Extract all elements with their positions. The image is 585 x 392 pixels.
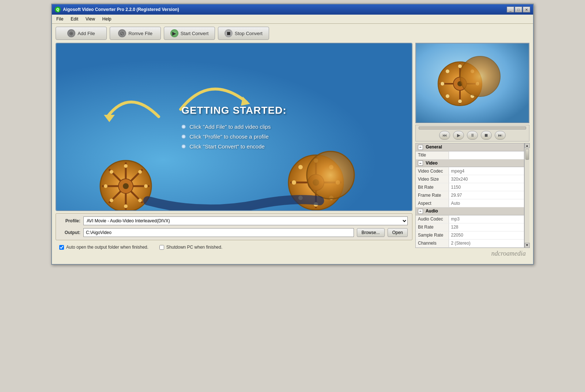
getting-started-title: GETTING STARTED: (181, 105, 287, 116)
profile-form-row: Profile: AVI Movie - Audio-Video Interle… (60, 216, 408, 225)
svg-point-50 (458, 99, 462, 103)
step-1-text: Click "Add File" to add video clips (189, 124, 271, 130)
svg-point-17 (138, 199, 142, 202)
output-form-row: Output: Browse... Open (60, 228, 408, 237)
prev-button[interactable]: ⏮ (439, 131, 450, 140)
output-path-input[interactable] (83, 228, 354, 237)
pause-button[interactable]: ⏸ (467, 131, 478, 140)
svg-point-20 (104, 184, 107, 188)
shutdown-checkbox-item[interactable]: Shutdown PC when finished. (159, 245, 222, 250)
play-button[interactable]: ▶ (453, 131, 464, 140)
prop-video-size: Video Size 320x240 (416, 175, 524, 183)
prop-video-codec-key: Video Codec (416, 167, 449, 175)
auto-open-checkbox-item[interactable]: Auto open the output folder when finishe… (59, 245, 148, 250)
prop-audio-codec: Audio Codec mp3 (416, 215, 524, 223)
watermark-container: ndcroamedia (415, 249, 529, 260)
profile-label: Profile: (60, 218, 80, 223)
svg-point-37 (307, 151, 354, 199)
output-label: Output: (60, 230, 80, 235)
prop-frame-rate-key: Frame Rate (416, 191, 449, 199)
profile-select[interactable]: AVI Movie - Audio-Video Interleaved(DIVX… (83, 216, 408, 225)
menu-bar: File Edit View Help (52, 15, 533, 24)
svg-point-53 (446, 69, 449, 73)
remove-file-icon: ⊘ (118, 29, 126, 37)
checkbox-row: Auto open the output folder when finishe… (56, 242, 412, 252)
scroll-thumb[interactable] (525, 149, 529, 160)
collapse-video[interactable]: − (418, 161, 423, 166)
prop-video-codec: Video Codec mpeg4 (416, 167, 524, 175)
prop-title-key: Title (416, 151, 449, 159)
shutdown-label: Shutdown PC when finished. (166, 245, 222, 250)
svg-point-36 (298, 165, 303, 169)
open-button[interactable]: Open (388, 228, 408, 237)
svg-point-35 (292, 180, 296, 185)
prop-sample-rate-value: 22050 (449, 231, 524, 239)
menu-view[interactable]: View (83, 15, 98, 23)
gs-step-3: Click "Start Convert" to encode (181, 143, 287, 150)
window-title: Aigosoft Video Converter Pro 2.2.0 (Regi… (63, 7, 179, 12)
browse-button[interactable]: Browse... (357, 228, 385, 237)
section-video-label: Video (426, 161, 437, 166)
svg-point-51 (446, 94, 449, 98)
title-bar-controls: _ □ ✕ (507, 7, 530, 12)
start-convert-label: Start Convert (181, 31, 209, 36)
prop-sample-rate-key: Sample Rate (416, 231, 449, 239)
toolbar: ⊕ Add File ⊘ Romve File ▶ Start Convert … (52, 24, 533, 43)
minimize-button[interactable]: _ (507, 7, 514, 12)
properties-table: − General Title − (416, 143, 524, 248)
menu-edit[interactable]: Edit (68, 15, 81, 23)
step-bullet-1 (181, 124, 186, 129)
add-file-icon: ⊕ (67, 29, 75, 37)
stop-convert-label: Stop Convert (235, 31, 263, 36)
prop-sample-rate: Sample Rate 22050 (416, 231, 524, 239)
stop-convert-button[interactable]: ⏹ Stop Convert (218, 27, 269, 40)
menu-file[interactable]: File (53, 15, 66, 23)
scroll-down-arrow[interactable]: ▼ (525, 243, 530, 248)
preview-area: GETTING STARTED: Click "Add File" to add… (56, 43, 412, 211)
remove-file-button[interactable]: ⊘ Romve File (110, 27, 161, 40)
add-file-label: Add File (78, 31, 95, 36)
start-icon: ▶ (170, 29, 178, 37)
step-bullet-3 (181, 144, 186, 148)
close-button[interactable]: ✕ (523, 7, 530, 12)
prop-channels: Channels 2 (Stereo) (416, 239, 524, 247)
getting-started-block: GETTING STARTED: Click "Add File" to add… (181, 105, 287, 150)
prop-audio-codec-key: Audio Codec (416, 215, 449, 223)
maximize-button[interactable]: □ (515, 7, 522, 12)
seek-bar[interactable] (419, 127, 526, 129)
stop-icon: ⏹ (224, 29, 233, 37)
prop-frame-rate-value: 29.97 (449, 191, 524, 199)
menu-help[interactable]: Help (99, 15, 114, 23)
section-audio: − Audio (416, 207, 524, 215)
prop-audio-bitrate-key: Bit Rate (416, 223, 449, 231)
collapse-audio[interactable]: − (418, 209, 423, 214)
prop-audio-bitrate-value: 128 (449, 223, 524, 231)
auto-open-checkbox[interactable] (59, 245, 64, 250)
start-convert-button[interactable]: ▶ Start Convert (164, 27, 215, 40)
main-window: Q Aigosoft Video Converter Pro 2.2.0 (Re… (51, 4, 534, 265)
app-icon: Q (55, 7, 61, 12)
title-bar-left: Q Aigosoft Video Converter Pro 2.2.0 (Re… (55, 7, 179, 12)
gs-step-2: Click "Profile" to choose a profile (181, 133, 287, 140)
section-general: − General (416, 143, 524, 151)
svg-point-19 (110, 199, 113, 202)
prop-title-value (449, 151, 524, 159)
scroll-up-arrow[interactable]: ▲ (525, 143, 530, 148)
step-3-text: Click "Start Convert" to encode (189, 143, 265, 150)
shutdown-checkbox[interactable] (159, 245, 164, 250)
collapse-general[interactable]: − (418, 145, 423, 150)
svg-point-14 (124, 164, 128, 168)
prop-video-size-value: 320x240 (449, 175, 524, 183)
section-general-label: General (426, 144, 442, 150)
stop-button[interactable]: ⏹ (481, 131, 492, 140)
prop-audio-codec-value: mp3 (449, 215, 524, 223)
watermark: ndcroamedia (491, 250, 526, 257)
step-bullet-2 (181, 134, 186, 139)
next-button[interactable]: ⏭ (495, 131, 506, 140)
svg-point-54 (460, 56, 500, 97)
add-file-button[interactable]: ⊕ Add File (56, 27, 107, 40)
properties-container: − General Title − (415, 143, 529, 248)
main-content: GETTING STARTED: Click "Add File" to add… (52, 43, 533, 264)
playback-controls: ⏮ ▶ ⏸ ⏹ ⏭ (415, 125, 529, 142)
left-panel: GETTING STARTED: Click "Add File" to add… (56, 43, 412, 260)
